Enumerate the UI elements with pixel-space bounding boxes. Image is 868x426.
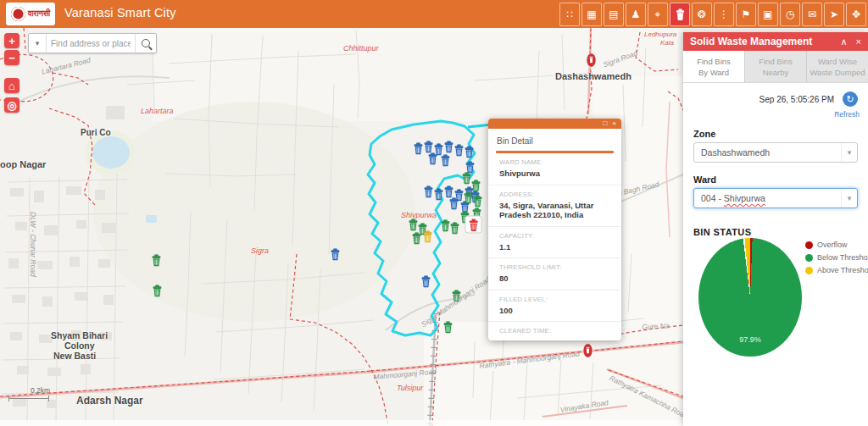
map-label-locality: Shyam Bihari [51,330,108,340]
locate-button[interactable]: ◎ [4,97,19,113]
popup-close-button[interactable]: × [612,120,616,127]
solid-waste-panel: Solid Waste Management ∧ × Find BinsBy W… [683,32,868,426]
search-icon [142,39,150,47]
refresh-row: Sep 26, 5:05:26 PM ↻ Refresh [683,90,868,124]
ward-select[interactable]: 004 - Shivpurwa ▾ [693,188,858,208]
popup-fields: WARD NAME:ShivpurwaADDRESS:34, Sigra, Va… [488,153,621,340]
alert-bell-icon[interactable]: ❂ [692,3,712,26]
logo-text: वाराणसी [28,10,50,18]
legend-dot-icon [805,254,813,262]
ward-name-text: Shivpurwa [724,193,765,203]
legend-dot-icon [805,241,813,249]
panel-collapse-button[interactable]: ∧ [841,37,848,47]
zone-label: Zone [693,129,858,139]
panel-header: Solid Waste Management ∧ × [683,32,868,51]
popup-field: ADDRESS:34, Sigra, Varanasi, Uttar Prade… [488,185,621,227]
zone-select-value: Dashashwamedh [694,147,841,158]
ward-label: Ward [693,174,858,185]
map-label-locality: Ledhupura [644,30,676,38]
scale-bar [8,398,49,399]
ward-select-value: 004 - Shivpurwa [694,193,841,203]
layers-icon[interactable]: ▤ [604,3,624,26]
traffic-light-icon[interactable]: ⋮ [714,3,734,26]
chart-title: BIN STATUS [693,227,858,237]
legend-item: Below Threshold [805,253,868,262]
map-label-locality: Adarsh Nagar [76,395,143,407]
map-attribution-strip [0,420,683,426]
popup-field: FILLED LEVEL:100 [488,290,621,323]
zone-select[interactable]: Dashashwamedh ▾ [693,142,858,163]
panel-tabs: Find BinsBy WardFind BinsNearbyWard Wise… [683,51,868,83]
search-source-dropdown[interactable]: ▾ [29,34,47,53]
poi-marker[interactable] [587,53,596,68]
pie-data-label: 97.9% [698,335,802,344]
panel-close-button[interactable]: × [856,37,861,47]
schedule-icon[interactable]: ◷ [780,3,800,26]
search-bar: ▾ [28,33,157,53]
popup-field: THRESHOLD LIMIT:80 [488,258,621,290]
popup-field: CAPACITY:1.1 [488,227,621,259]
map-label-locality: Chhittupur [343,44,379,53]
search-input[interactable] [47,34,135,53]
map-label-locality: Shivpurwa [401,211,437,219]
popup-titlebar[interactable]: □ × [488,119,621,129]
search-inspect-icon[interactable]: ⌖ [648,3,668,26]
map-label-locality: Colony [64,340,95,351]
map-label-locality: Kala [660,39,674,47]
refresh-label[interactable]: Refresh [834,110,860,119]
legend-dot-icon [805,267,813,274]
popup-field: WARD NAME:Shivpurwa [488,153,621,185]
dashboard-icon[interactable]: ▦ [581,3,602,26]
announcement-icon[interactable]: ➤ [824,3,844,26]
tab-ward-wise-waste-dumped[interactable]: Ward WiseWaste Dumped [807,51,868,82]
home-button[interactable]: ⌂ [4,78,19,93]
street-view-icon[interactable]: ♟ [626,3,646,26]
panel-title: Solid Waste Management [690,36,832,47]
tab-find-bins-by-ward[interactable]: Find BinsBy Ward [683,51,745,82]
logo-badge[interactable]: वाराणसी [6,3,55,25]
bin-detail-popup: □ × Bin Detail WARD NAME:ShivpurwaADDRES… [488,119,621,340]
map-label-locality: oop Nagar [0,159,46,169]
popup-maximize-button[interactable]: □ [603,120,607,127]
map-label-locality: New Basti [53,351,96,361]
trash-bin-icon[interactable] [670,3,690,26]
app-title: Varanasi Smart City [64,6,176,19]
refresh-button[interactable]: ↻ [843,91,858,107]
header-icons: ∷▦▤♟⌖❂⋮⚑▣◷✉➤✥ [559,3,866,26]
popup-title: Bin Detail [488,129,621,151]
map-label-locality: Dashashwamedh [555,71,632,81]
calendar-icon[interactable]: ▣ [758,3,778,26]
legend-item: Above Threshold [805,266,868,274]
poi-marker[interactable] [583,344,593,358]
map-label-road: Gure Na [642,321,670,331]
map-label-locality: Puri Co [81,128,111,137]
feedback-icon[interactable]: ✉ [802,3,822,26]
zoom-out-button[interactable]: − [4,50,19,65]
timestamp-label: Sep 26, 5:05:26 PM [760,95,834,104]
tab-find-bins-nearby[interactable]: Find BinsNearby [745,51,807,82]
search-submit-button[interactable] [135,34,156,53]
share-icon[interactable]: ✥ [846,3,866,26]
map-label-locality: Lahartara [141,107,174,115]
varanasi-smart-city-app: ChhittupurLahartaraShivpurwaSigraTulsipu… [0,0,868,426]
app-header: वाराणसी Varanasi Smart City ∷▦▤♟⌖❂⋮⚑▣◷✉➤… [0,0,868,28]
popup-field: CLEANED TIME: [488,322,621,340]
map-label-locality: Sigra [251,246,269,255]
legend-item: Overflow [805,241,868,249]
zoom-in-button[interactable]: + [4,33,19,48]
logo-emblem-icon [11,7,25,21]
scale-bar-label: 0.2km [31,386,50,395]
chevron-down-icon: ▾ [841,143,857,162]
chevron-down-icon: ▾ [841,189,857,207]
apps-icon[interactable]: ∷ [559,3,580,26]
street-light-icon[interactable]: ⚑ [736,3,756,26]
map-label-road: DLW - Chunar Road [29,212,37,277]
chart-legend: OverflowBelow ThresholdAbove Threshold [805,241,868,279]
map-label-locality: Tulsipur [397,384,423,392]
